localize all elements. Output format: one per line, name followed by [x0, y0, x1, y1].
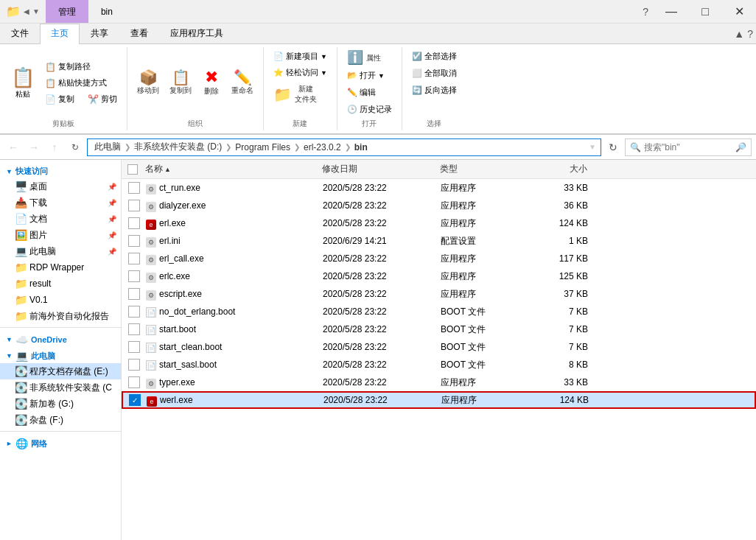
path-part-bin[interactable]: bin: [352, 141, 370, 153]
delete-button[interactable]: ✖ 删除: [198, 67, 225, 99]
col-type-header[interactable]: 类型: [440, 163, 528, 175]
table-row[interactable]: 📄no_dot_erlang.boot2020/5/28 23:22BOOT 文…: [122, 303, 756, 320]
ribbon-tab-tools[interactable]: 应用程序工具: [159, 24, 234, 43]
tab-bin[interactable]: bin: [88, 0, 125, 23]
file-checkbox[interactable]: [128, 253, 140, 264]
ribbon-help-icon[interactable]: ?: [747, 28, 753, 40]
customize-icon[interactable]: ▼: [32, 7, 40, 15]
sidebar-item-v01[interactable]: 📁 V0.1: [0, 292, 121, 308]
table-row[interactable]: ⚙erl.ini2020/6/29 14:21配置设置1 KB: [122, 232, 756, 250]
table-row[interactable]: ⚙typer.exe2020/5/28 23:22应用程序33 KB: [122, 374, 756, 391]
address-refresh-button[interactable]: ↻: [604, 138, 622, 156]
edit-button[interactable]: ✏️ 编辑: [343, 85, 379, 100]
select-all-checkbox[interactable]: [127, 164, 138, 175]
tab-manage[interactable]: 管理: [46, 0, 88, 23]
up-button[interactable]: ↑: [46, 138, 63, 156]
path-part-pc[interactable]: 此电脑: [92, 140, 123, 154]
help-icon[interactable]: ?: [637, 6, 654, 18]
select-none-button[interactable]: ⬜ 全部取消: [408, 66, 461, 81]
table-row[interactable]: ⚙ct_run.exe2020/5/28 23:22应用程序33 KB: [122, 179, 756, 197]
sidebar-item-downloads[interactable]: 📥 下载 📌: [0, 194, 121, 211]
network-category[interactable]: ► 🌐 网络: [0, 435, 121, 451]
cut-button[interactable]: ✂️ 剪切: [84, 91, 121, 107]
table-row[interactable]: ⚙erl_call.exe2020/5/28 23:22应用程序117 KB: [122, 250, 756, 267]
ribbon-tab-share[interactable]: 共享: [80, 24, 119, 43]
paste-button[interactable]: 📋 粘贴: [6, 64, 40, 102]
file-checkbox[interactable]: [128, 288, 140, 300]
file-checkbox[interactable]: [128, 235, 140, 247]
table-row[interactable]: ✓ewerl.exe2020/5/28 23:22应用程序124 KB: [122, 391, 756, 409]
new-item-button[interactable]: 📄 新建项目 ▼: [270, 49, 331, 64]
paste-shortcut-button[interactable]: 📋 粘贴快捷方式: [41, 75, 121, 91]
new-folder-button[interactable]: 📁 新建文件夹: [270, 81, 321, 107]
file-checkbox[interactable]: [128, 359, 140, 371]
easy-access-arrow: ▼: [321, 69, 327, 77]
col-date-header[interactable]: 修改日期: [322, 163, 440, 175]
forward-button[interactable]: →: [25, 138, 43, 156]
invert-select-button[interactable]: 🔄 反向选择: [408, 83, 461, 98]
col-name-header[interactable]: 名称 ▲: [145, 163, 322, 175]
table-row[interactable]: eerl.exe2020/5/28 23:22应用程序124 KB: [122, 214, 756, 232]
ribbon-collapse-icon[interactable]: ▲: [734, 28, 744, 40]
path-dropdown-arrow[interactable]: ▼: [589, 143, 596, 151]
properties-button[interactable]: ℹ️ 属性: [343, 49, 385, 66]
ribbon-tab-view[interactable]: 查看: [119, 24, 159, 43]
sidebar-item-pictures[interactable]: 🖼️ 图片 📌: [0, 227, 121, 243]
quick-access-icon[interactable]: ◀: [24, 7, 29, 15]
open-button[interactable]: 📂 打开 ▼: [343, 68, 388, 83]
ribbon-tab-home[interactable]: 主页: [40, 24, 80, 44]
minimize-button[interactable]: —: [654, 0, 688, 24]
file-checkbox[interactable]: [128, 341, 140, 353]
maximize-button[interactable]: □: [688, 0, 722, 24]
delete-label: 删除: [204, 86, 219, 97]
thispc-section[interactable]: ▼ 💻 此电脑: [0, 347, 121, 363]
file-checkbox[interactable]: [128, 182, 140, 194]
table-row[interactable]: 📄start_sasl.boot2020/5/28 23:22BOOT 文件8 …: [122, 356, 756, 374]
sidebar-item-drive-g[interactable]: 💽 新加卷 (G:): [0, 396, 121, 412]
sidebar-item-drive-d[interactable]: 💽 非系统软件安装盘 (C: [0, 379, 121, 396]
sidebar-item-drive-f[interactable]: 💽 杂盘 (F:): [0, 412, 121, 428]
copy-to-button[interactable]: 📋 复制到: [166, 68, 195, 98]
file-checkbox[interactable]: [128, 200, 140, 211]
back-button[interactable]: ←: [4, 138, 22, 156]
file-checkbox[interactable]: [128, 306, 140, 318]
path-part-erl[interactable]: erl-23.0.2: [301, 141, 343, 153]
sidebar-item-thispc[interactable]: 💻 此电脑 📌: [0, 243, 121, 259]
table-row[interactable]: 📄start.boot2020/5/28 23:22BOOT 文件7 KB: [122, 320, 756, 338]
copy-path-button[interactable]: 📋 复制路径: [41, 59, 121, 74]
address-path[interactable]: 此电脑 ❯ 非系统软件安装盘 (D:) ❯ Program Files ❯ er…: [87, 138, 601, 156]
sidebar-item-result[interactable]: 📁 result: [0, 276, 121, 292]
file-checkbox[interactable]: [128, 217, 140, 229]
path-part-programs[interactable]: Program Files: [233, 141, 293, 153]
table-row[interactable]: ⚙escript.exe2020/5/28 23:22应用程序37 KB: [122, 285, 756, 303]
easy-access-button[interactable]: ⭐ 轻松访问 ▼: [270, 65, 331, 80]
onedrive-category[interactable]: ▼ ☁️ OneDrive: [0, 331, 121, 347]
history-button[interactable]: 🕒 历史记录: [343, 102, 396, 117]
file-checkbox[interactable]: [128, 323, 140, 335]
move-to-button[interactable]: 📦 移动到: [133, 68, 163, 98]
sidebar-item-drive-e[interactable]: 💽 程序文档存储盘 (E:): [0, 363, 121, 379]
file-type: 应用程序: [441, 200, 529, 212]
file-checkbox[interactable]: [128, 376, 140, 388]
table-row[interactable]: 📄start_clean.boot2020/5/28 23:22BOOT 文件7…: [122, 338, 756, 356]
sidebar-item-documents[interactable]: 📄 文档 📌: [0, 211, 121, 227]
search-submit-icon[interactable]: 🔎: [735, 142, 746, 152]
ribbon-tab-file[interactable]: 文件: [0, 24, 40, 43]
sidebar-item-desktop[interactable]: 🖥️ 桌面 📌: [0, 178, 121, 194]
select-all-button[interactable]: ☑️ 全部选择: [408, 49, 461, 64]
table-row[interactable]: ⚙erlc.exe2020/5/28 23:22应用程序125 KB: [122, 267, 756, 285]
quick-access-category[interactable]: ▼ 快速访问: [0, 163, 121, 178]
table-row[interactable]: ⚙dialyzer.exe2020/5/28 23:22应用程序36 KB: [122, 197, 756, 214]
copy-button[interactable]: 📄 复制: [41, 91, 78, 107]
search-input[interactable]: [644, 142, 732, 152]
sidebar-item-qianhai[interactable]: 📁 前海外资自动化报告: [0, 308, 121, 324]
file-checkbox[interactable]: ✓: [129, 394, 141, 406]
refresh-button[interactable]: ↻: [66, 138, 84, 156]
rename-button[interactable]: ✏️ 重命名: [228, 68, 257, 98]
sidebar-item-rdp[interactable]: 📁 RDP Wrapper: [0, 259, 121, 276]
path-part-drive[interactable]: 非系统软件安装盘 (D:): [132, 140, 224, 154]
close-button[interactable]: ✕: [722, 0, 756, 24]
file-checkbox[interactable]: [128, 270, 140, 282]
search-box[interactable]: 🔍 🔎: [625, 138, 752, 156]
col-size-header[interactable]: 大小: [528, 163, 587, 175]
